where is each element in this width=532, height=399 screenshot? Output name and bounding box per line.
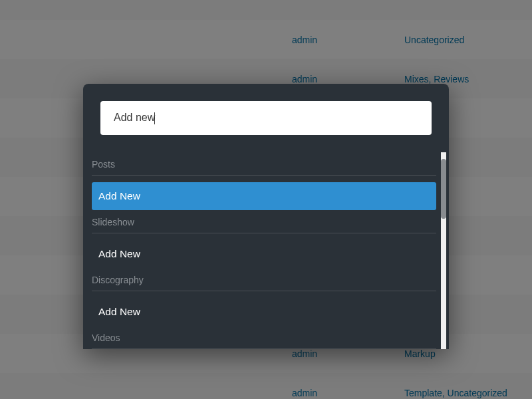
result-item[interactable]: Add New: [92, 240, 436, 268]
palette-results: PostsAdd NewSlideshowAdd NewDiscographyA…: [83, 152, 449, 349]
result-group-header: Slideshow: [92, 210, 436, 233]
scrollbar-thumb[interactable]: [441, 159, 446, 219]
result-item[interactable]: Add New: [92, 298, 436, 326]
palette-header: Add new: [83, 84, 449, 152]
command-palette: Add new PostsAdd NewSlideshowAdd NewDisc…: [83, 84, 449, 349]
result-group-header: Videos: [92, 326, 436, 349]
search-box[interactable]: Add new: [100, 101, 432, 135]
result-item[interactable]: Add New: [92, 182, 436, 210]
result-group-header: Posts: [92, 152, 436, 176]
search-input[interactable]: Add new: [114, 112, 155, 123]
text-caret-icon: [154, 112, 155, 124]
result-group-header: Discography: [92, 268, 436, 291]
